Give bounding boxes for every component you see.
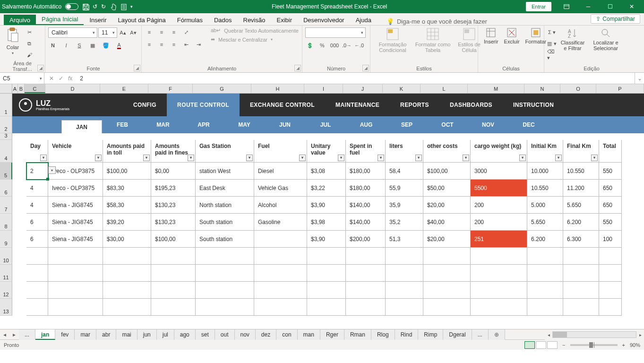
cell-spent[interactable] bbox=[346, 265, 386, 282]
cell-toll[interactable] bbox=[103, 265, 151, 282]
cell-vehicle[interactable] bbox=[48, 265, 103, 282]
zoom-in-icon[interactable]: + bbox=[622, 342, 625, 348]
cell-gas[interactable]: East Desk bbox=[196, 180, 254, 197]
cell-day[interactable] bbox=[26, 248, 48, 265]
cell-fkm[interactable] bbox=[563, 248, 599, 265]
cell-unit[interactable] bbox=[307, 265, 346, 282]
cell-unit[interactable]: $3,22 bbox=[307, 180, 346, 197]
sheet-tab-set[interactable]: set bbox=[196, 329, 215, 340]
month-may[interactable]: MAY bbox=[224, 116, 265, 133]
align-center-icon[interactable]: ≡ bbox=[157, 40, 166, 49]
fx-icon[interactable]: fx bbox=[68, 75, 72, 82]
cell-vehicle[interactable]: Siena - JIG8745 bbox=[48, 197, 103, 214]
tab-insert[interactable]: Inserir bbox=[84, 15, 112, 25]
increase-decimal-icon[interactable]: .0→ bbox=[342, 41, 352, 50]
formula-bar-expand-icon[interactable]: ⌄ bbox=[635, 73, 644, 84]
tab-home[interactable]: Página Inicial bbox=[36, 14, 84, 25]
cell-fines[interactable]: $100,00 bbox=[151, 231, 196, 248]
cell-spent[interactable]: $140,00 bbox=[346, 197, 386, 214]
tab-view[interactable]: Exibir bbox=[271, 15, 298, 25]
indent-icon[interactable]: ⇥ bbox=[194, 40, 203, 49]
cell-gas[interactable]: North station bbox=[196, 197, 254, 214]
decrease-decimal-icon[interactable]: ←.0 bbox=[354, 41, 364, 50]
format-as-table-button[interactable]: Formatar como Tabela bbox=[412, 27, 454, 53]
col-G[interactable]: G bbox=[193, 84, 251, 93]
cell-toll[interactable]: $30,00 bbox=[103, 231, 151, 248]
tab-layout[interactable]: Layout da Página bbox=[112, 15, 172, 25]
tab-developer[interactable]: Desenvolvedor bbox=[298, 15, 350, 25]
col-M[interactable]: M bbox=[468, 84, 524, 93]
nav-dashboards[interactable]: DASHBOARDS bbox=[439, 94, 503, 116]
hdr-vehicle[interactable]: Vehicle▾ bbox=[48, 140, 103, 163]
row-12[interactable]: 12 bbox=[0, 282, 12, 299]
cell-fines[interactable] bbox=[151, 265, 196, 282]
cell-fines[interactable]: $195,23 bbox=[151, 180, 196, 197]
cell-ikm[interactable]: 5.650 bbox=[527, 214, 563, 231]
cell-total[interactable] bbox=[599, 299, 622, 316]
cell-fkm[interactable]: 6.200 bbox=[563, 214, 599, 231]
nav-config[interactable]: CONFIG bbox=[123, 94, 167, 116]
tab-file[interactable]: Arquivo bbox=[4, 15, 36, 25]
cell-other[interactable]: $100,00 bbox=[423, 163, 471, 180]
tab-data[interactable]: Dados bbox=[208, 15, 238, 25]
cell-gas[interactable]: South station bbox=[196, 231, 254, 248]
tab-help[interactable]: Ajuda bbox=[350, 15, 377, 25]
copy-icon[interactable]: ⧉ bbox=[25, 39, 34, 48]
nav-route-control[interactable]: ROUTE CONTROL bbox=[167, 94, 240, 116]
format-painter-icon[interactable]: 🖌 bbox=[25, 50, 34, 60]
align-top-icon[interactable]: ≡ bbox=[145, 27, 154, 37]
cell-day[interactable] bbox=[26, 282, 48, 299]
bold-icon[interactable]: N bbox=[48, 41, 58, 50]
cell-cargo[interactable]: 251 bbox=[471, 231, 527, 248]
month-jun[interactable]: JUN bbox=[265, 116, 305, 133]
cell-fuel[interactable]: Gasoline bbox=[254, 214, 307, 231]
cell-toll[interactable] bbox=[103, 282, 151, 299]
save-icon[interactable] bbox=[82, 3, 89, 10]
cell-unit[interactable] bbox=[307, 248, 346, 265]
cell-fines[interactable]: $130,23 bbox=[151, 197, 196, 214]
scroll-thumb[interactable] bbox=[553, 332, 567, 337]
filter-icon[interactable]: ▾ bbox=[555, 155, 562, 161]
month-feb[interactable]: FEB bbox=[102, 116, 143, 133]
hdr-fines[interactable]: Amounts paid in fines▾ bbox=[151, 140, 196, 163]
filter-icon[interactable]: ▾ bbox=[188, 155, 194, 161]
redo-icon[interactable]: ↻ bbox=[101, 3, 106, 10]
horizontal-scrollbar[interactable]: ◂ ▸ bbox=[545, 329, 644, 340]
sheet-tab-jan[interactable]: jan bbox=[35, 329, 55, 340]
cell-ikm[interactable]: 10.550 bbox=[527, 180, 563, 197]
row-9[interactable]: 9 bbox=[0, 231, 12, 248]
cell-other[interactable]: $50,00 bbox=[423, 180, 471, 197]
cell-gas[interactable] bbox=[196, 265, 254, 282]
cell-vehicle[interactable] bbox=[48, 299, 103, 316]
cell-cargo[interactable]: 200 bbox=[471, 197, 527, 214]
hdr-fkm[interactable]: Final Km▾ bbox=[563, 140, 599, 163]
cell-cargo[interactable] bbox=[471, 299, 527, 316]
col-J[interactable]: J bbox=[343, 84, 383, 93]
hdr-liters[interactable]: liters▾ bbox=[386, 140, 423, 163]
cell-cargo[interactable]: 200 bbox=[471, 214, 527, 231]
cell-gas[interactable] bbox=[196, 282, 254, 299]
cell-day[interactable]: 4 bbox=[26, 180, 48, 197]
col-A[interactable]: A bbox=[12, 84, 18, 93]
align-middle-icon[interactable]: ≡ bbox=[157, 27, 166, 37]
cell-cargo[interactable] bbox=[471, 282, 527, 299]
cell-cargo[interactable]: 3000 bbox=[471, 163, 527, 180]
filter-icon[interactable]: ▾ bbox=[40, 155, 47, 161]
cell-other[interactable] bbox=[423, 248, 471, 265]
row-2[interactable]: 2 bbox=[0, 116, 12, 133]
cell-unit[interactable]: $3,98 bbox=[307, 214, 346, 231]
sheet-tab-Rind[interactable]: Rind bbox=[395, 329, 419, 340]
qat-doc-icon[interactable] bbox=[120, 3, 127, 10]
tab-scroll-first-icon[interactable]: ◂ bbox=[0, 331, 9, 338]
hdr-unit[interactable]: Unitary value▾ bbox=[307, 140, 346, 163]
cell-gas[interactable]: station West bbox=[196, 163, 254, 180]
nav-maintenance[interactable]: MAINTENANCE bbox=[325, 94, 390, 116]
sheet-tab-mar[interactable]: mar bbox=[75, 329, 96, 340]
col-L[interactable]: L bbox=[421, 84, 468, 93]
cell-fkm[interactable] bbox=[563, 282, 599, 299]
cell-spent[interactable] bbox=[346, 282, 386, 299]
zoom-slider[interactable] bbox=[570, 344, 618, 346]
cell-vehicle[interactable] bbox=[48, 248, 103, 265]
orientation-icon[interactable]: ⤢ bbox=[181, 27, 191, 37]
nav-exchange-control[interactable]: EXCHANGE CONTROL bbox=[240, 94, 325, 116]
